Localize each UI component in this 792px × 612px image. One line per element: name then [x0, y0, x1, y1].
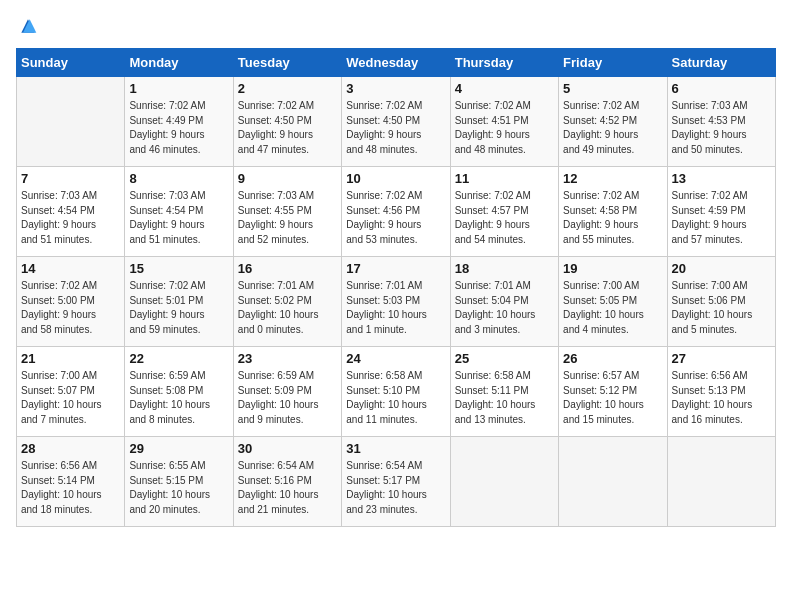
calendar-cell: 14Sunrise: 7:02 AMSunset: 5:00 PMDayligh… [17, 257, 125, 347]
day-info: Sunrise: 7:02 AMSunset: 5:01 PMDaylight:… [129, 279, 228, 337]
calendar-week-4: 21Sunrise: 7:00 AMSunset: 5:07 PMDayligh… [17, 347, 776, 437]
calendar-cell: 23Sunrise: 6:59 AMSunset: 5:09 PMDayligh… [233, 347, 341, 437]
day-number: 11 [455, 171, 554, 186]
day-info: Sunrise: 7:02 AMSunset: 4:51 PMDaylight:… [455, 99, 554, 157]
day-info: Sunrise: 7:02 AMSunset: 4:59 PMDaylight:… [672, 189, 771, 247]
day-info: Sunrise: 7:02 AMSunset: 4:50 PMDaylight:… [346, 99, 445, 157]
calendar-cell: 28Sunrise: 6:56 AMSunset: 5:14 PMDayligh… [17, 437, 125, 527]
calendar-cell: 29Sunrise: 6:55 AMSunset: 5:15 PMDayligh… [125, 437, 233, 527]
calendar-cell: 1Sunrise: 7:02 AMSunset: 4:49 PMDaylight… [125, 77, 233, 167]
day-number: 9 [238, 171, 337, 186]
calendar-cell: 5Sunrise: 7:02 AMSunset: 4:52 PMDaylight… [559, 77, 667, 167]
weekday-header-thursday: Thursday [450, 49, 558, 77]
calendar-cell: 26Sunrise: 6:57 AMSunset: 5:12 PMDayligh… [559, 347, 667, 437]
weekday-header-saturday: Saturday [667, 49, 775, 77]
day-info: Sunrise: 7:00 AMSunset: 5:06 PMDaylight:… [672, 279, 771, 337]
day-number: 13 [672, 171, 771, 186]
calendar-cell: 22Sunrise: 6:59 AMSunset: 5:08 PMDayligh… [125, 347, 233, 437]
day-info: Sunrise: 7:02 AMSunset: 4:58 PMDaylight:… [563, 189, 662, 247]
page-header [16, 16, 776, 36]
day-number: 4 [455, 81, 554, 96]
calendar-cell: 25Sunrise: 6:58 AMSunset: 5:11 PMDayligh… [450, 347, 558, 437]
calendar-cell: 17Sunrise: 7:01 AMSunset: 5:03 PMDayligh… [342, 257, 450, 347]
calendar-cell [559, 437, 667, 527]
day-info: Sunrise: 6:57 AMSunset: 5:12 PMDaylight:… [563, 369, 662, 427]
calendar-week-2: 7Sunrise: 7:03 AMSunset: 4:54 PMDaylight… [17, 167, 776, 257]
day-info: Sunrise: 7:02 AMSunset: 5:00 PMDaylight:… [21, 279, 120, 337]
day-number: 18 [455, 261, 554, 276]
day-number: 19 [563, 261, 662, 276]
calendar-cell: 15Sunrise: 7:02 AMSunset: 5:01 PMDayligh… [125, 257, 233, 347]
calendar-cell: 31Sunrise: 6:54 AMSunset: 5:17 PMDayligh… [342, 437, 450, 527]
day-number: 3 [346, 81, 445, 96]
day-info: Sunrise: 7:02 AMSunset: 4:49 PMDaylight:… [129, 99, 228, 157]
weekday-header-wednesday: Wednesday [342, 49, 450, 77]
calendar-table: SundayMondayTuesdayWednesdayThursdayFrid… [16, 48, 776, 527]
day-number: 20 [672, 261, 771, 276]
calendar-cell [17, 77, 125, 167]
calendar-cell: 11Sunrise: 7:02 AMSunset: 4:57 PMDayligh… [450, 167, 558, 257]
day-number: 26 [563, 351, 662, 366]
calendar-cell: 24Sunrise: 6:58 AMSunset: 5:10 PMDayligh… [342, 347, 450, 437]
day-info: Sunrise: 7:00 AMSunset: 5:05 PMDaylight:… [563, 279, 662, 337]
day-number: 16 [238, 261, 337, 276]
calendar-cell: 19Sunrise: 7:00 AMSunset: 5:05 PMDayligh… [559, 257, 667, 347]
day-number: 24 [346, 351, 445, 366]
day-number: 23 [238, 351, 337, 366]
day-info: Sunrise: 7:03 AMSunset: 4:54 PMDaylight:… [129, 189, 228, 247]
logo [16, 16, 38, 36]
day-info: Sunrise: 6:58 AMSunset: 5:11 PMDaylight:… [455, 369, 554, 427]
day-info: Sunrise: 7:02 AMSunset: 4:57 PMDaylight:… [455, 189, 554, 247]
calendar-cell: 27Sunrise: 6:56 AMSunset: 5:13 PMDayligh… [667, 347, 775, 437]
day-info: Sunrise: 7:02 AMSunset: 4:50 PMDaylight:… [238, 99, 337, 157]
calendar-header-row: SundayMondayTuesdayWednesdayThursdayFrid… [17, 49, 776, 77]
day-number: 5 [563, 81, 662, 96]
day-number: 6 [672, 81, 771, 96]
logo-icon [18, 16, 38, 36]
day-number: 21 [21, 351, 120, 366]
weekday-header-sunday: Sunday [17, 49, 125, 77]
calendar-week-3: 14Sunrise: 7:02 AMSunset: 5:00 PMDayligh… [17, 257, 776, 347]
day-number: 22 [129, 351, 228, 366]
day-number: 1 [129, 81, 228, 96]
day-number: 28 [21, 441, 120, 456]
weekday-header-friday: Friday [559, 49, 667, 77]
calendar-week-5: 28Sunrise: 6:56 AMSunset: 5:14 PMDayligh… [17, 437, 776, 527]
day-info: Sunrise: 6:56 AMSunset: 5:13 PMDaylight:… [672, 369, 771, 427]
day-info: Sunrise: 6:55 AMSunset: 5:15 PMDaylight:… [129, 459, 228, 517]
calendar-cell: 20Sunrise: 7:00 AMSunset: 5:06 PMDayligh… [667, 257, 775, 347]
calendar-cell: 6Sunrise: 7:03 AMSunset: 4:53 PMDaylight… [667, 77, 775, 167]
calendar-cell: 8Sunrise: 7:03 AMSunset: 4:54 PMDaylight… [125, 167, 233, 257]
calendar-cell: 12Sunrise: 7:02 AMSunset: 4:58 PMDayligh… [559, 167, 667, 257]
day-info: Sunrise: 7:03 AMSunset: 4:54 PMDaylight:… [21, 189, 120, 247]
day-number: 17 [346, 261, 445, 276]
weekday-header-monday: Monday [125, 49, 233, 77]
calendar-cell: 10Sunrise: 7:02 AMSunset: 4:56 PMDayligh… [342, 167, 450, 257]
calendar-cell: 13Sunrise: 7:02 AMSunset: 4:59 PMDayligh… [667, 167, 775, 257]
day-number: 29 [129, 441, 228, 456]
day-info: Sunrise: 6:59 AMSunset: 5:08 PMDaylight:… [129, 369, 228, 427]
day-info: Sunrise: 6:58 AMSunset: 5:10 PMDaylight:… [346, 369, 445, 427]
day-info: Sunrise: 6:54 AMSunset: 5:17 PMDaylight:… [346, 459, 445, 517]
day-number: 30 [238, 441, 337, 456]
weekday-header-tuesday: Tuesday [233, 49, 341, 77]
day-info: Sunrise: 6:56 AMSunset: 5:14 PMDaylight:… [21, 459, 120, 517]
day-number: 14 [21, 261, 120, 276]
day-info: Sunrise: 7:03 AMSunset: 4:55 PMDaylight:… [238, 189, 337, 247]
day-info: Sunrise: 7:02 AMSunset: 4:52 PMDaylight:… [563, 99, 662, 157]
day-info: Sunrise: 7:01 AMSunset: 5:04 PMDaylight:… [455, 279, 554, 337]
day-info: Sunrise: 7:01 AMSunset: 5:03 PMDaylight:… [346, 279, 445, 337]
day-number: 27 [672, 351, 771, 366]
calendar-cell: 30Sunrise: 6:54 AMSunset: 5:16 PMDayligh… [233, 437, 341, 527]
day-number: 8 [129, 171, 228, 186]
calendar-cell: 16Sunrise: 7:01 AMSunset: 5:02 PMDayligh… [233, 257, 341, 347]
day-number: 10 [346, 171, 445, 186]
calendar-week-1: 1Sunrise: 7:02 AMSunset: 4:49 PMDaylight… [17, 77, 776, 167]
calendar-cell: 3Sunrise: 7:02 AMSunset: 4:50 PMDaylight… [342, 77, 450, 167]
calendar-cell: 4Sunrise: 7:02 AMSunset: 4:51 PMDaylight… [450, 77, 558, 167]
calendar-cell: 7Sunrise: 7:03 AMSunset: 4:54 PMDaylight… [17, 167, 125, 257]
day-number: 2 [238, 81, 337, 96]
day-number: 12 [563, 171, 662, 186]
day-info: Sunrise: 7:03 AMSunset: 4:53 PMDaylight:… [672, 99, 771, 157]
calendar-cell [667, 437, 775, 527]
